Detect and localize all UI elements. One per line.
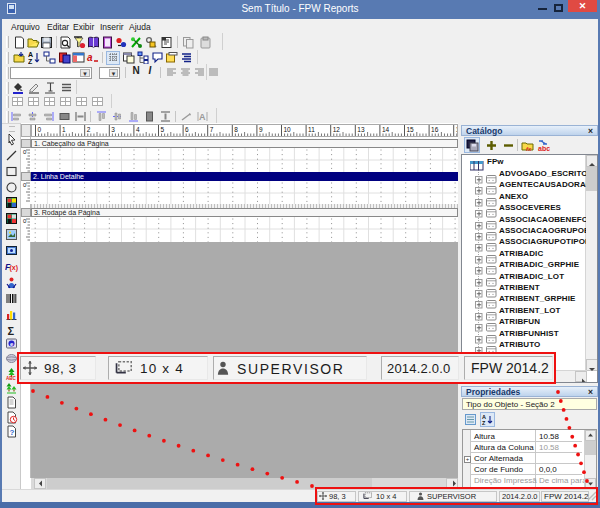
svg-text:a: a bbox=[87, 52, 93, 63]
svg-text:12: 12 bbox=[333, 126, 341, 133]
svg-text:abc: abc bbox=[538, 145, 550, 152]
svg-text:6: 6 bbox=[185, 126, 189, 133]
svg-text:A: A bbox=[199, 112, 206, 122]
svg-text:(x): (x) bbox=[10, 264, 19, 272]
svg-text:7: 7 bbox=[210, 126, 214, 133]
svg-text:0: 0 bbox=[38, 126, 42, 133]
svg-text:1: 1 bbox=[62, 126, 66, 133]
svg-text:14: 14 bbox=[382, 126, 390, 133]
svg-text:fx: fx bbox=[526, 146, 532, 152]
svg-text:15: 15 bbox=[407, 126, 415, 133]
svg-text:2: 2 bbox=[87, 126, 91, 133]
svg-text:16: 16 bbox=[431, 126, 439, 133]
svg-text:13: 13 bbox=[357, 126, 365, 133]
svg-text:10: 10 bbox=[284, 126, 292, 133]
svg-text:3: 3 bbox=[111, 126, 115, 133]
svg-text:Σ: Σ bbox=[8, 325, 15, 337]
svg-text:11: 11 bbox=[308, 126, 315, 133]
svg-text:ABC: ABC bbox=[6, 376, 16, 381]
svg-text:Z: Z bbox=[482, 420, 486, 426]
svg-text:4: 4 bbox=[136, 126, 140, 133]
svg-text:9: 9 bbox=[259, 126, 263, 133]
svg-text:8: 8 bbox=[234, 126, 238, 133]
svg-text:5: 5 bbox=[161, 126, 165, 133]
svg-text:?: ? bbox=[10, 428, 15, 437]
